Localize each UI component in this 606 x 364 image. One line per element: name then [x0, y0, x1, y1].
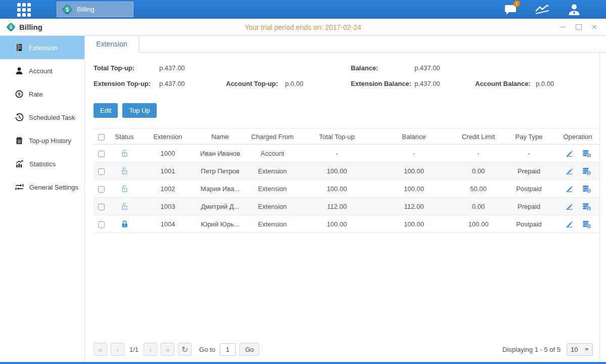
edit-pencil-icon[interactable]	[565, 219, 574, 229]
total-topup-value: p.437.00	[159, 64, 185, 72]
sidebar-item-statistics[interactable]: Statistics	[0, 152, 84, 175]
row-checkbox[interactable]	[98, 151, 105, 157]
bar-chart-icon	[15, 160, 24, 168]
table-row: 1001 Петр Петров Extension 100.00 100.00…	[94, 162, 600, 180]
cell-balance: 100.00	[374, 180, 454, 198]
cell-total-topup: 100.00	[300, 180, 374, 198]
edit-pencil-icon[interactable]	[565, 202, 574, 211]
table-row: 1002 Мария Ива... Extension 100.00 100.0…	[94, 180, 600, 198]
first-page-button[interactable]: «	[94, 343, 107, 356]
topup-coins-icon[interactable]	[582, 149, 591, 158]
notification-badge: !	[514, 1, 520, 7]
sidebar-item-scheduled-task[interactable]: Scheduled Task	[0, 106, 84, 129]
account-topup-value: p.0.00	[285, 80, 303, 87]
cell-extension: 1002	[140, 180, 196, 198]
cell-charged-from: Extension	[245, 215, 300, 233]
prev-page-button[interactable]: ‹	[111, 343, 124, 356]
cell-pay-type: -	[502, 145, 555, 162]
sidebar-item-label: Rate	[29, 90, 42, 98]
tab-extension[interactable]: Extension	[85, 36, 139, 53]
person-icon	[15, 67, 23, 75]
row-checkbox[interactable]	[98, 221, 105, 228]
account-topup-label: Account Top-up:	[226, 80, 278, 87]
sidebar-item-label: Top-up History	[29, 137, 71, 145]
cell-balance: 100.00	[374, 215, 454, 233]
row-checkbox[interactable]	[98, 186, 105, 193]
cell-name: Мария Ива...	[196, 180, 245, 198]
taskbar-right-icons: !	[502, 3, 583, 17]
sidebar-item-extension[interactable]: Extension	[0, 36, 84, 59]
maximize-icon[interactable]	[575, 24, 582, 31]
edit-button[interactable]: Edit	[94, 103, 118, 118]
chevron-down-icon	[585, 348, 589, 351]
user-icon[interactable]	[566, 3, 583, 17]
topup-coins-icon[interactable]	[582, 220, 591, 229]
cell-credit-limit: 0.00	[454, 198, 502, 215]
account-balance-value: p.0.00	[536, 80, 554, 87]
window-controls: ×	[560, 24, 606, 31]
account-balance-label: Account Balance:	[475, 80, 536, 87]
total-topup-label: Total Top-up:	[94, 64, 159, 72]
cell-pay-type: Postpaid	[502, 215, 555, 233]
next-page-button[interactable]: ›	[144, 343, 157, 356]
cell-extension: 1000	[140, 145, 196, 162]
notepad-icon	[15, 136, 23, 145]
cell-total-topup: -	[300, 145, 374, 162]
main-content: Extension Total Top-up: p.437.00 Extensi…	[85, 36, 606, 362]
chat-icon[interactable]: !	[502, 3, 519, 17]
window-title: Billing	[0, 22, 42, 32]
bottom-edge	[0, 362, 606, 364]
cell-balance: 100.00	[374, 162, 454, 180]
resource-monitor-icon[interactable]	[534, 3, 551, 17]
apps-grid-icon[interactable]	[17, 3, 35, 16]
table-row: 1003 Дмитрий Д... Extension 112.00 112.0…	[94, 198, 600, 215]
cell-total-topup: 112.00	[300, 198, 374, 215]
sidebar-item-label: Extension	[29, 44, 58, 52]
close-icon[interactable]: ×	[591, 24, 598, 31]
topup-coins-icon[interactable]	[582, 167, 591, 175]
topup-button[interactable]: Top Up	[122, 103, 156, 118]
table-header-row: Status Extension Name Charged From Total…	[94, 129, 600, 145]
cell-balance: 112.00	[374, 198, 454, 215]
sidebar-item-general-settings[interactable]: General Settings	[0, 175, 84, 199]
sidebar-item-account[interactable]: Account	[0, 59, 84, 82]
cell-charged-from: Extension	[245, 198, 300, 215]
cell-name: Иван Иванов	[196, 145, 245, 162]
sidebar-item-topup-history[interactable]: Top-up History	[0, 129, 84, 152]
col-balance: Balance	[374, 129, 454, 145]
cell-total-topup: 100.00	[300, 215, 374, 233]
sidebar-item-rate[interactable]: $ Rate	[0, 82, 84, 106]
displaying-text: Displaying 1 - 5 of 5	[502, 346, 561, 353]
cell-pay-type: Postpaid	[502, 180, 555, 198]
taskbar-billing-tab[interactable]: Billing	[57, 2, 133, 17]
edit-pencil-icon[interactable]	[565, 166, 574, 175]
topup-coins-icon[interactable]	[582, 202, 591, 211]
cell-charged-from: Extension	[245, 180, 300, 198]
goto-page-input[interactable]	[220, 343, 236, 356]
refresh-button[interactable]: ↻	[178, 343, 192, 356]
edit-pencil-icon[interactable]	[565, 184, 574, 193]
last-page-button[interactable]: »	[161, 343, 174, 356]
col-name: Name	[196, 129, 245, 145]
row-checkbox[interactable]	[98, 204, 105, 210]
minimize-icon[interactable]	[560, 24, 567, 31]
page-size-select[interactable]: 10	[567, 343, 593, 356]
pagination-bar: « ‹ 1/1 › » ↻ Go to Go Displaying 1 - 5 …	[94, 341, 593, 362]
extension-table: Status Extension Name Charged From Total…	[94, 128, 600, 233]
cell-name: Петр Петров	[196, 162, 245, 180]
col-operation: Operation	[555, 129, 600, 145]
col-total-topup: Total Top-up	[300, 129, 374, 145]
goto-label: Go to	[199, 346, 215, 353]
balance-summary: Total Top-up: p.437.00 Extension Top-up:…	[94, 60, 593, 92]
cell-extension: 1001	[140, 162, 196, 180]
page-indicator: 1/1	[129, 346, 138, 353]
topup-coins-icon[interactable]	[582, 185, 591, 193]
cell-credit-limit: 50.00	[454, 180, 502, 198]
sidebar-item-label: Account	[29, 67, 53, 75]
select-all-checkbox[interactable]	[98, 134, 105, 141]
go-button[interactable]: Go	[240, 343, 259, 356]
edit-pencil-icon[interactable]	[565, 149, 574, 158]
page-size-value: 10	[571, 346, 578, 353]
transfer-arrows-icon	[15, 183, 24, 191]
row-checkbox[interactable]	[98, 168, 105, 175]
